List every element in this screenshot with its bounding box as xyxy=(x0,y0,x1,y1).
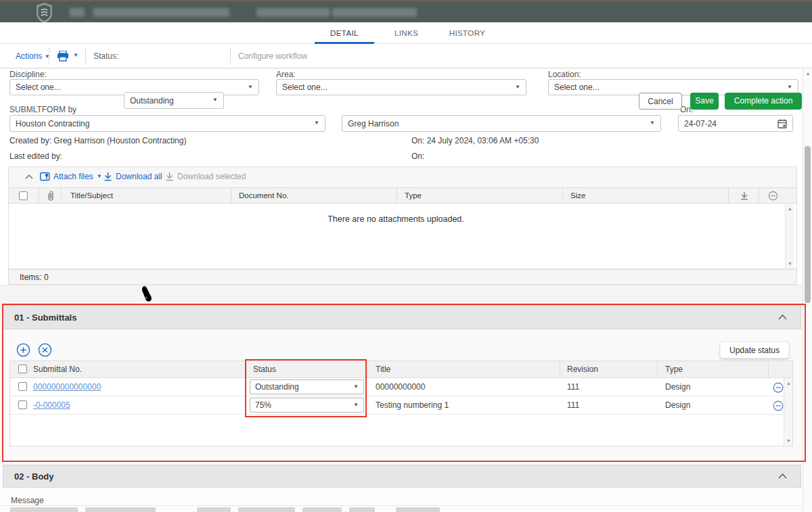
submittal-row: -0-000005 75% ▼ Testing numbering 1 111 … xyxy=(10,396,792,415)
remove-row-minus-circle-icon[interactable] xyxy=(773,400,784,411)
column-divider xyxy=(560,361,560,377)
attachments-panel: Attach files ▼ Download all Down xyxy=(8,166,797,285)
download-all-label: Download all xyxy=(116,172,162,181)
row-title: 00000000000 xyxy=(376,378,425,396)
column-divider xyxy=(231,188,231,203)
col-type[interactable]: Type xyxy=(665,361,683,377)
user-select[interactable]: Greg Harrison ▼ xyxy=(342,115,661,132)
items-count: Items: 0 xyxy=(20,273,49,282)
chevron-up-icon[interactable] xyxy=(778,315,787,320)
status-label: Status: xyxy=(93,44,118,68)
body-section-header[interactable]: 02 - Body xyxy=(3,465,801,488)
submittals-table-header: Submittal No. Status Title Revision Type xyxy=(10,361,792,378)
chevron-down-icon: ▼ xyxy=(73,43,78,68)
page-scrollbar[interactable]: ▲ xyxy=(803,68,812,512)
col-title[interactable]: Title xyxy=(376,361,390,377)
tab-history[interactable]: HISTORY xyxy=(442,22,493,44)
add-submittal-button[interactable] xyxy=(16,343,30,357)
scrollbar-thumb[interactable] xyxy=(805,146,811,303)
remove-row-minus-circle-icon[interactable] xyxy=(773,382,784,393)
save-button[interactable]: Save xyxy=(690,93,719,110)
discipline-value: Select one... xyxy=(16,83,61,92)
scroll-up-arrow-icon[interactable]: ▲ xyxy=(803,71,812,76)
x-circle-icon xyxy=(38,343,52,357)
submittal-row: 000000000000000 Outstanding ▼ 0000000000… xyxy=(10,378,792,396)
row-revision: 111 xyxy=(567,396,579,414)
complete-action-button[interactable]: Complete action xyxy=(725,93,802,110)
cancel-button[interactable]: Cancel xyxy=(639,93,682,110)
submittals-scrollbar[interactable]: ▲ ▼ xyxy=(784,378,792,446)
download-icon xyxy=(165,172,174,181)
minus-circle-icon xyxy=(768,191,778,201)
toolbar-divider xyxy=(230,48,231,64)
body-section-title: 02 - Body xyxy=(14,465,54,487)
attach-files-button[interactable]: Attach files ▼ xyxy=(40,172,102,181)
tab-bar: DETAIL LINKS HISTORY xyxy=(0,22,812,44)
attachments-scrollbar[interactable]: ▲ ▼ xyxy=(785,204,794,269)
date-input[interactable]: 24-07-24 xyxy=(678,115,793,132)
download-icon xyxy=(104,172,112,181)
select-all-checkbox[interactable] xyxy=(18,365,27,373)
col-revision[interactable]: Revision xyxy=(567,361,598,377)
redacted-title-segment xyxy=(70,8,85,17)
col-title-subject[interactable]: Title/Subject xyxy=(70,191,113,200)
col-document-no[interactable]: Document No. xyxy=(239,191,289,200)
col-status[interactable]: Status xyxy=(253,361,276,377)
download-all-button[interactable]: Download all xyxy=(104,172,162,181)
scroll-down-arrow-icon[interactable]: ▼ xyxy=(784,438,793,443)
chevron-down-icon: ▼ xyxy=(515,84,520,90)
org-select[interactable]: Houston Contracting ▼ xyxy=(9,115,325,132)
download-column-icon xyxy=(740,191,748,200)
status-select-value: Outstanding xyxy=(130,96,174,106)
print-button[interactable]: ▼ xyxy=(57,44,78,68)
tab-detail[interactable]: DETAIL xyxy=(315,22,374,44)
mouse-cursor xyxy=(140,285,155,304)
col-size[interactable]: Size xyxy=(570,191,585,200)
row-status-value: Outstanding xyxy=(255,382,299,392)
status-select[interactable]: Outstanding ▼ xyxy=(124,92,224,109)
calendar-icon[interactable] xyxy=(777,119,787,129)
attachments-empty-area: There are no attachments uploaded. ▲ ▼ xyxy=(9,204,796,269)
tab-links[interactable]: LINKS xyxy=(388,22,425,44)
row-status-select[interactable]: Outstanding ▼ xyxy=(250,379,364,394)
remove-submittal-button[interactable] xyxy=(38,343,52,357)
area-select[interactable]: Select one... ▼ xyxy=(276,79,526,95)
collapse-attachments-chevron-up-icon[interactable] xyxy=(25,174,33,179)
update-status-button[interactable]: Update status xyxy=(720,342,789,358)
chevron-up-icon[interactable] xyxy=(778,473,787,479)
submittals-section-header[interactable]: 01 - Submittals xyxy=(3,305,801,329)
column-divider xyxy=(657,361,658,377)
scroll-down-arrow-icon[interactable]: ▼ xyxy=(786,261,794,266)
row-checkbox[interactable] xyxy=(18,382,27,391)
chevron-down-icon: ▼ xyxy=(212,97,218,103)
editor-button[interactable] xyxy=(349,507,375,512)
toolbar-divider xyxy=(85,48,86,64)
row-status-value: 75% xyxy=(255,400,271,410)
location-value: Select one... xyxy=(554,83,600,92)
submittal-no-link[interactable]: 000000000000000 xyxy=(33,382,101,392)
submittal-no-link[interactable]: -0-000005 xyxy=(33,400,70,410)
select-all-checkbox[interactable] xyxy=(19,191,28,200)
editor-button[interactable] xyxy=(238,507,295,512)
editor-dropdown[interactable] xyxy=(10,507,78,512)
column-divider xyxy=(768,361,769,377)
col-type[interactable]: Type xyxy=(405,191,422,200)
scroll-up-arrow-icon[interactable]: ▲ xyxy=(784,381,793,386)
toolbar-divider xyxy=(49,48,49,64)
col-submittal-no[interactable]: Submittal No. xyxy=(33,361,82,377)
printer-icon xyxy=(57,51,69,62)
row-status-select[interactable]: 75% ▼ xyxy=(250,398,364,413)
download-selected-button[interactable]: Download selected xyxy=(165,172,246,181)
editor-button[interactable] xyxy=(197,507,231,512)
configure-workflow-link[interactable]: Configure workflow xyxy=(238,44,307,68)
row-checkbox[interactable] xyxy=(18,400,27,409)
editor-button[interactable] xyxy=(396,507,440,512)
attach-files-label: Attach files xyxy=(53,172,93,181)
column-divider xyxy=(61,188,62,203)
editor-dropdown[interactable] xyxy=(85,507,156,512)
actions-menu-button[interactable]: Actions ▼ xyxy=(16,44,50,68)
scroll-up-arrow-icon[interactable]: ▲ xyxy=(786,206,794,211)
plus-circle-icon xyxy=(16,343,30,357)
editor-button[interactable] xyxy=(302,507,342,512)
app-header-bar xyxy=(0,0,812,22)
